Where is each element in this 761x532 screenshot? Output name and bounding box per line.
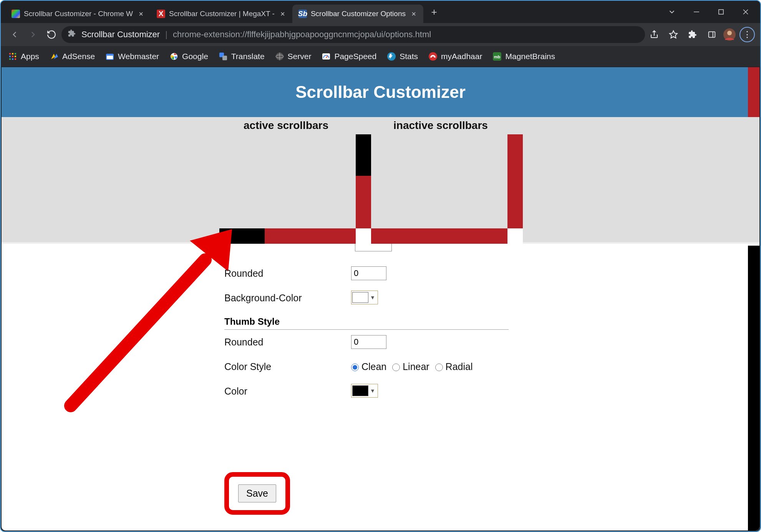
- radio-linear-label: Linear: [403, 361, 429, 372]
- scrollbar-preview: active scrollbars inactive scrollbars: [2, 117, 759, 244]
- close-icon[interactable]: ×: [279, 10, 287, 18]
- tab-2-active[interactable]: Sb Scrollbar Customizer Options ×: [292, 5, 423, 23]
- toolbar: Scrollbar Customizer | chrome-extension:…: [1, 23, 760, 46]
- bookmark-translate[interactable]: Translate: [219, 52, 265, 61]
- svg-rect-27: [322, 53, 330, 59]
- rounded-label: Rounded: [224, 268, 351, 279]
- tab-0[interactable]: Scrollbar Customizer - Chrome W ×: [5, 5, 151, 23]
- chevron-down-icon: ▼: [368, 294, 377, 301]
- svg-rect-6: [709, 32, 715, 38]
- page-viewport: Scrollbar Customizer active scrollbars i…: [2, 67, 759, 530]
- svg-text:mb: mb: [494, 55, 501, 59]
- bgcolor-picker[interactable]: ▼: [351, 291, 378, 304]
- bookmark-label: Webmaster: [118, 52, 159, 61]
- profile-avatar[interactable]: [723, 28, 736, 41]
- color-chip-black: [352, 385, 368, 396]
- server-icon: [275, 52, 284, 61]
- x-icon: X: [157, 10, 165, 18]
- minimize-button[interactable]: [684, 2, 709, 21]
- radio-radial-label: Radial: [446, 361, 473, 372]
- translate-icon: [219, 52, 227, 61]
- active-corner: [356, 228, 371, 244]
- rounded-input[interactable]: [351, 266, 386, 280]
- active-vthumb-black: [356, 134, 371, 176]
- svg-rect-11: [12, 53, 13, 55]
- address-extension-name: Scrollbar Customizer: [81, 30, 160, 40]
- close-icon[interactable]: ×: [410, 10, 418, 18]
- svg-line-33: [71, 260, 205, 406]
- tab-1[interactable]: X Scrollbar Customizer | MegaXT - ×: [151, 5, 292, 23]
- extensions-icon[interactable]: [685, 27, 700, 42]
- svg-rect-18: [15, 58, 16, 60]
- sb-icon: Sb: [298, 10, 307, 18]
- close-window-button[interactable]: [733, 2, 758, 21]
- forward-button[interactable]: [25, 26, 41, 43]
- share-icon[interactable]: [647, 27, 662, 42]
- page-scrollbar-thumb[interactable]: [748, 246, 759, 530]
- svg-rect-16: [9, 58, 11, 60]
- active-scrollbar-preview: [219, 134, 371, 244]
- bookmark-webmaster[interactable]: Webmaster: [106, 52, 159, 61]
- svg-rect-13: [9, 56, 11, 57]
- svg-rect-17: [12, 58, 13, 60]
- adsense-icon: [50, 52, 58, 61]
- rainbow-icon: [12, 10, 20, 18]
- reload-button[interactable]: [43, 26, 60, 43]
- color-picker[interactable]: ▼: [351, 384, 378, 398]
- bookmark-apps[interactable]: Apps: [8, 52, 39, 61]
- page-title: Scrollbar Customizer: [2, 67, 759, 117]
- bookmark-label: Apps: [21, 52, 39, 61]
- save-annotation: Save: [224, 472, 290, 515]
- stats-icon: [387, 52, 396, 61]
- address-bar[interactable]: Scrollbar Customizer | chrome-extension:…: [61, 26, 645, 43]
- bookmark-magnetbrains[interactable]: mb MagnetBrains: [493, 52, 555, 61]
- maximize-button[interactable]: [709, 2, 733, 21]
- save-button[interactable]: Save: [238, 484, 276, 502]
- more-menu-button[interactable]: ⋮: [739, 27, 755, 42]
- bookmark-star-icon[interactable]: [666, 27, 681, 42]
- browser-window: Scrollbar Customizer - Chrome W × X Scro…: [0, 0, 761, 532]
- bookmark-label: Server: [288, 52, 312, 61]
- tab-title: Scrollbar Customizer - Chrome W: [24, 10, 133, 18]
- sidepanel-icon[interactable]: [704, 27, 720, 42]
- bookmark-server[interactable]: Server: [275, 52, 312, 61]
- decor-red-strip-top: [748, 67, 759, 117]
- svg-rect-15: [15, 56, 16, 57]
- new-tab-button[interactable]: +: [427, 5, 441, 19]
- svg-rect-14: [12, 56, 13, 57]
- svg-marker-5: [670, 31, 677, 38]
- thumb-rounded-input[interactable]: [351, 335, 386, 349]
- inactive-scrollbar-preview: [371, 134, 523, 244]
- tab-search-icon[interactable]: [660, 1, 684, 23]
- active-hthumb-black: [219, 228, 265, 244]
- bookmark-aadhaar[interactable]: myAadhaar: [429, 52, 482, 61]
- bookmark-google[interactable]: Google: [170, 52, 208, 61]
- google-icon: [170, 52, 178, 61]
- bookmark-pagespeed[interactable]: PageSpeed: [322, 52, 376, 61]
- bookmark-label: AdSense: [62, 52, 95, 61]
- back-button[interactable]: [6, 26, 23, 43]
- thumb-rounded-label: Rounded: [224, 337, 351, 348]
- bookmark-label: Translate: [231, 52, 265, 61]
- extension-icon: [68, 29, 76, 40]
- separator: |: [165, 30, 167, 40]
- bookmark-label: Google: [182, 52, 208, 61]
- inactive-corner: [507, 228, 523, 244]
- radio-clean[interactable]: Clean: [351, 361, 386, 372]
- color-chip-white: [352, 292, 368, 303]
- inactive-hbar-red: [371, 228, 507, 244]
- apps-icon: [8, 52, 17, 61]
- close-icon[interactable]: ×: [137, 10, 145, 18]
- bookmark-adsense[interactable]: AdSense: [50, 52, 95, 61]
- radio-linear[interactable]: Linear: [392, 361, 429, 372]
- radio-radial[interactable]: Radial: [435, 361, 473, 372]
- bookmark-label: Stats: [400, 52, 418, 61]
- toolbar-right: ⋮: [647, 27, 755, 42]
- bookmark-stats[interactable]: Stats: [387, 52, 418, 61]
- svg-rect-20: [106, 54, 113, 56]
- mb-icon: mb: [493, 52, 501, 61]
- page-title-text: Scrollbar Customizer: [295, 83, 466, 102]
- colorstyle-label: Color Style: [224, 361, 351, 372]
- pagespeed-icon: [322, 52, 330, 61]
- bookmarks-bar: Apps AdSense Webmaster Google Translate: [1, 46, 760, 67]
